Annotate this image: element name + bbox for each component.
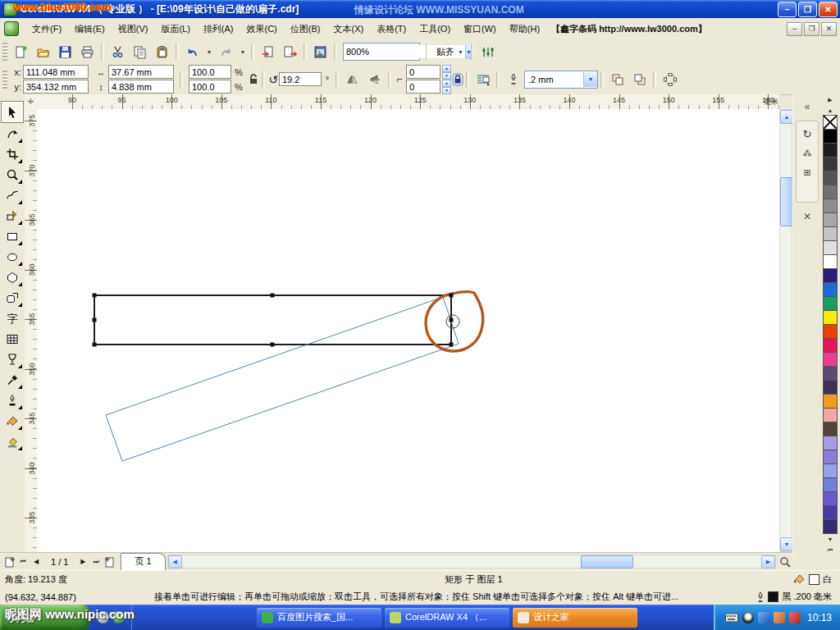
next-page-button[interactable]: ▶: [76, 555, 89, 568]
new-button[interactable]: [10, 41, 32, 62]
swatch-c4c4c4[interactable]: [823, 226, 838, 241]
taskbar-task-2[interactable]: 设计之家: [513, 608, 637, 628]
swatch-1a6fd4[interactable]: [823, 282, 838, 297]
cut-button[interactable]: [107, 41, 129, 62]
swatch-5c4a72[interactable]: [823, 366, 838, 381]
quick-launch-browser-icon[interactable]: [112, 611, 125, 623]
vertical-scroll-thumb[interactable]: [780, 177, 793, 226]
corner-bottom-spinner[interactable]: ▲▼: [442, 80, 451, 94]
start-button[interactable]: 开始: [0, 605, 90, 630]
to-front-button[interactable]: [606, 69, 628, 90]
previous-page-button[interactable]: ◀: [30, 555, 43, 568]
swatch-6a58cc[interactable]: [823, 491, 838, 506]
swatch-000000[interactable]: [823, 129, 838, 144]
menu-item-9[interactable]: 工具(O): [413, 20, 457, 39]
qq-tray-icon[interactable]: [742, 612, 754, 623]
zoom-level-combo[interactable]: ▼: [343, 43, 420, 61]
rotation-angle-input[interactable]: [279, 72, 322, 86]
scale-lock-icon[interactable]: [248, 73, 259, 86]
swatch-e84300[interactable]: [823, 324, 838, 339]
corner-radius-top-input[interactable]: [406, 65, 441, 79]
horizontal-ruler[interactable]: 9095100105110115120125130135140145150155…: [37, 94, 779, 110]
snap-to-button[interactable]: 贴齐 ▼: [431, 43, 468, 61]
object-x-input[interactable]: [23, 65, 89, 79]
open-button[interactable]: [32, 41, 54, 62]
convert-to-curves-button[interactable]: [659, 69, 681, 90]
menu-item-7[interactable]: 文本(X): [326, 20, 370, 39]
outline-width-combo[interactable]: .2 mm ▼: [524, 71, 598, 89]
tool-interactive-blend[interactable]: [2, 349, 23, 369]
swatch-383838[interactable]: [823, 157, 838, 171]
scroll-up-button[interactable]: ▲: [780, 110, 793, 124]
toolbar-grip[interactable]: [2, 43, 7, 61]
swatch-3f3158[interactable]: [823, 380, 838, 395]
swatch-1c1c1c[interactable]: [823, 143, 838, 158]
menu-item-3[interactable]: 版面(L): [154, 20, 196, 39]
wrap-text-button[interactable]: [472, 69, 494, 90]
swatch-a8a8a8[interactable]: [823, 212, 838, 227]
swatch-98a2ea[interactable]: [823, 463, 838, 478]
swatch-707070[interactable]: [823, 185, 838, 199]
tool-polygon[interactable]: [2, 267, 23, 287]
swatch-8a7cd8[interactable]: [823, 450, 838, 464]
corner-lock-icon[interactable]: [452, 73, 463, 86]
mirror-vertical-button[interactable]: [363, 69, 386, 90]
doc-close-button[interactable]: ✕: [821, 22, 837, 36]
scroll-right-button[interactable]: ▶: [761, 555, 775, 568]
swatch-8c8c8c[interactable]: [823, 199, 838, 213]
scale-mirror-docker-icon[interactable]: ⁂: [803, 148, 812, 159]
scroll-left-button[interactable]: ◀: [168, 555, 182, 568]
mirror-horizontal-button[interactable]: [341, 69, 363, 90]
swatch-e0e0e0[interactable]: [823, 240, 838, 255]
tool-pick[interactable]: [1, 101, 24, 123]
add-page-button-2[interactable]: [103, 555, 116, 568]
menu-item-0[interactable]: 文件(F): [25, 20, 68, 39]
close-button[interactable]: ✕: [819, 2, 838, 17]
pan-zoom-icon[interactable]: [778, 555, 792, 569]
swatch-ffffff[interactable]: [823, 254, 838, 269]
add-page-button[interactable]: [3, 555, 16, 568]
messenger-tray-icon[interactable]: [758, 612, 769, 623]
palette-flyout-button[interactable]: ▶: [824, 94, 838, 105]
tool-shape[interactable]: [2, 123, 23, 144]
print-button[interactable]: [76, 41, 98, 62]
doc-restore-button[interactable]: ❐: [804, 22, 819, 36]
tool-fill[interactable]: [2, 410, 23, 431]
palette-expand-button[interactable]: ⏮: [824, 545, 838, 555]
object-y-input[interactable]: [23, 80, 89, 94]
tool-freehand[interactable]: [2, 185, 23, 205]
ruler-origin-button[interactable]: ✛: [25, 94, 38, 110]
options-button[interactable]: [477, 41, 499, 62]
horizontal-scroll-thumb[interactable]: [581, 555, 633, 568]
save-button[interactable]: [54, 41, 76, 62]
swatch-a89ce4[interactable]: [823, 436, 838, 450]
swatch-e0185a[interactable]: [823, 338, 838, 353]
corner-radius-bottom-input[interactable]: [406, 80, 441, 94]
tool-table[interactable]: [2, 328, 23, 349]
snap-dropdown-arrow[interactable]: ▼: [458, 49, 463, 55]
palette-scroll-down[interactable]: ▼: [824, 534, 838, 545]
dictionary-tray-icon[interactable]: [789, 612, 801, 623]
tool-text[interactable]: 字: [2, 308, 23, 328]
tool-ellipse[interactable]: [2, 246, 23, 267]
vertical-scrollbar[interactable]: ▲ ▼: [779, 109, 792, 552]
object-width-input[interactable]: [108, 65, 174, 79]
redo-button[interactable]: [215, 41, 237, 62]
drawing-canvas[interactable]: [37, 109, 779, 552]
last-page-button[interactable]: ⏭: [89, 555, 103, 568]
menu-item-8[interactable]: 表格(T): [370, 20, 413, 39]
download-tray-icon[interactable]: [774, 612, 785, 623]
tool-basic-shapes[interactable]: [2, 287, 23, 308]
swatch-f2a8a2[interactable]: [823, 408, 838, 422]
menu-item-1[interactable]: 编辑(E): [68, 20, 112, 39]
redo-dropdown-arrow[interactable]: ▼: [237, 41, 249, 62]
tool-smart-fill[interactable]: [2, 205, 23, 226]
horizontal-scrollbar[interactable]: ◀ ▶: [167, 555, 776, 568]
quick-launch-qq-icon[interactable]: [97, 611, 109, 623]
menu-item-10[interactable]: 窗口(W): [457, 20, 503, 39]
tool-outline-pen[interactable]: [2, 390, 23, 410]
undo-button[interactable]: [181, 41, 203, 62]
app-launcher-button[interactable]: [309, 41, 331, 62]
menu-item-6[interactable]: 位图(B): [284, 20, 327, 39]
object-height-input[interactable]: [108, 80, 174, 94]
